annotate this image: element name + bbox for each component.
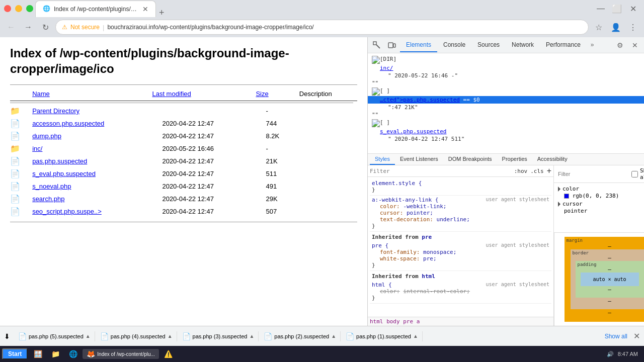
html-line[interactable]: inc/ [368,64,644,72]
minimize-window-btn[interactable] [15,5,22,12]
warning-icon: ⚠️ [164,350,173,358]
taskbar-item-windows[interactable]: 🪟 [30,349,46,359]
download-item[interactable]: 📄pas.php (2).suspected▲ [260,331,341,341]
download-expand-icon[interactable]: ▲ [86,333,91,339]
cursor-expand-icon[interactable] [558,202,560,207]
profile-btn[interactable]: 👤 [609,20,623,34]
right-filter-input[interactable] [558,171,627,177]
file-link[interactable]: s_noeval.php [32,183,71,190]
reload-btn[interactable]: ↻ [38,20,52,34]
download-item[interactable]: 📄pas.php (4).suspected▲ [96,331,177,341]
show-all-downloads-btn[interactable]: Show all [605,333,627,340]
color-expand-icon[interactable] [558,187,560,192]
size-sort-link[interactable]: Size [256,90,268,98]
breadcrumb-a[interactable]: a [417,318,420,325]
download-expand-icon[interactable]: ▲ [168,333,173,339]
show-all-checkbox[interactable] [631,171,638,177]
taskbar-item-firefox[interactable]: 🦊 Index of /wp-content/plu... [83,349,159,359]
download-item[interactable]: 📄pas.php (3).suspected▲ [178,331,259,341]
tab-performance[interactable]: Performance [540,38,587,52]
device-toggle-btn[interactable] [385,38,399,52]
table-row: 📄s_eval.php.suspected2020-04-22 12:47511 [10,167,357,180]
html-line[interactable]: "" [368,79,644,87]
html-line[interactable]: " 2020-04-22 12:47 511" [368,135,644,143]
breadcrumb-html[interactable]: html [370,318,383,325]
html-line[interactable]: ":47 21K" [368,104,644,111]
restore-btn[interactable]: ⬜ [610,2,624,16]
forward-btn[interactable]: → [21,20,35,34]
taskbar-item-explorer[interactable]: 📁 [47,349,64,359]
color-value: rgb(0, 0, 238) [573,193,619,199]
close-window-btn[interactable] [4,5,11,12]
cls-btn[interactable]: .cls [530,168,544,174]
add-style-btn[interactable]: + [547,166,551,175]
html-line[interactable] [368,55,644,64]
download-expand-icon[interactable]: ▲ [331,333,336,339]
devtools-more-btn[interactable]: » [587,38,598,52]
file-link[interactable]: seo_script.php.suspe..> [32,208,102,215]
show-all-check[interactable]: Show all [631,167,644,180]
tab-network[interactable]: Network [506,38,540,52]
tab-elements[interactable]: Elements [400,38,437,52]
download-item[interactable]: 📄pas.php (1).suspected▲ [342,331,423,341]
styles-panel: element.style { } a:-webkit-any-link {us… [368,177,553,317]
taskbar-item-warning[interactable]: ⚠️ [160,349,177,359]
html-line[interactable]: s_eval.php.suspected [368,128,644,135]
subtab-styles[interactable]: Styles [370,154,395,165]
close-downloads-btn[interactable]: ✕ [633,331,640,341]
table-row: 📄pas.php.suspected2020-04-22 12:4721K [10,155,357,167]
subtab-dom-breakpoints[interactable]: DOM Breakpoints [443,154,497,165]
breadcrumb-pre[interactable]: pre [403,318,413,325]
tab-sources[interactable]: Sources [471,38,506,52]
downloads-bar: ⬇ 📄pas.php (5).suspected▲📄pas.php (4).su… [0,326,644,346]
html-line[interactable]: "" [368,111,644,119]
address-bar: ← → ↻ ⚠ Not secure | bouchraziraoui.info… [0,17,644,37]
tab-close-btn[interactable]: ✕ [142,5,148,13]
download-file-icon: 📄 [18,332,27,340]
new-tab-btn[interactable]: + [159,8,165,17]
file-link[interactable]: accesson.php.suspected [32,120,104,127]
file-icon-cell: 📄 [10,167,32,180]
file-link[interactable]: dump.php [32,132,61,140]
file-link[interactable]: pas.php.suspected [32,157,87,165]
hov-btn[interactable]: :hov [514,168,528,174]
file-icon-cell: 📄 [10,205,32,218]
start-button[interactable]: Start [2,348,28,359]
minimize-btn[interactable]: — [594,2,608,16]
file-size-cell: 491 [256,180,299,193]
css-rule-element-style: element.style { } [370,179,551,196]
subtab-accessibility[interactable]: Accessibility [532,154,573,165]
file-link[interactable]: inc/ [32,145,42,152]
breadcrumb-body[interactable]: body [386,318,400,325]
html-line[interactable]: " 2020-05-22 16:46 -" [368,72,644,79]
styles-filter-input[interactable] [370,168,514,174]
subtab-properties[interactable]: Properties [497,154,532,165]
name-sort-link[interactable]: Name [32,90,50,98]
html-line[interactable] [368,119,644,128]
devtools-settings-btn[interactable]: ⚙ [613,38,627,52]
subtab-event-listeners[interactable]: Event Listeners [395,154,443,165]
devtools-close-btn[interactable]: ✕ [628,38,642,52]
html-line[interactable] [368,87,644,96]
file-link[interactable]: s_eval.php.suspected [32,170,96,177]
maximize-window-btn[interactable] [26,5,33,12]
taskbar-item-edge[interactable]: 🌐 [65,349,82,359]
file-link[interactable]: search.php [32,195,64,203]
back-btn[interactable]: ← [4,20,18,34]
modified-sort-link[interactable]: Last modified [152,90,191,98]
file-link[interactable]: Parent Directory [32,107,79,115]
address-input[interactable]: ⚠ Not secure | bouchraziraoui.info/wp-co… [55,20,589,35]
tab-console[interactable]: Console [437,38,471,52]
close-btn[interactable]: ✕ [626,2,640,16]
padding-top: – [608,266,611,273]
inspect-btn[interactable] [370,38,384,52]
bookmark-btn[interactable]: ☆ [592,20,606,34]
browser-tab[interactable]: 🌐 Index of /wp-content/plugins/ba... ✕ [35,1,156,17]
svg-rect-0 [373,42,376,45]
page-content: Index of /wp-content/plugins/background-… [0,37,367,326]
download-expand-icon[interactable]: ▲ [413,333,418,339]
download-expand-icon[interactable]: ▲ [249,333,254,339]
download-item[interactable]: 📄pas.php (5).suspected▲ [14,331,95,341]
html-line[interactable]: …cted">pas.php.suspected == $0 [368,96,644,104]
menu-btn[interactable]: ⋮ [626,20,640,34]
